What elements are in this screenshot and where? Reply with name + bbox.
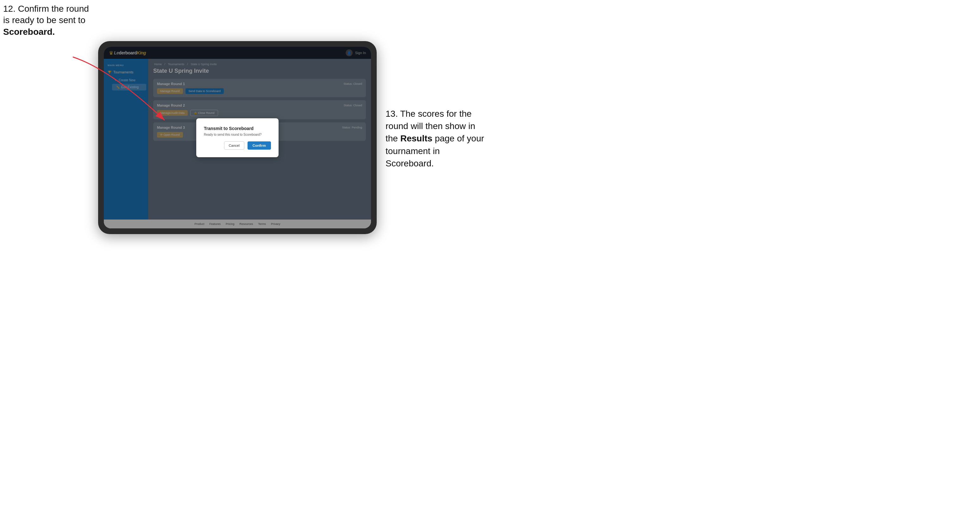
annotation-bold: Scoreboard. xyxy=(3,27,55,37)
annotation-bottom: 13. The scores for the round will then s… xyxy=(385,108,487,170)
modal-overlay: Transmit to Scoreboard Ready to send thi… xyxy=(104,47,371,229)
annotation-line2: is ready to be sent to xyxy=(3,15,86,25)
modal-actions: Cancel Confirm xyxy=(204,141,271,150)
cancel-button[interactable]: Cancel xyxy=(224,141,244,150)
modal-body: Ready to send this round to Scoreboard? xyxy=(204,133,271,137)
modal-title: Transmit to Scoreboard xyxy=(204,126,271,131)
annotation-results-bold: Results xyxy=(401,133,433,143)
tablet-frame: ♛ LederboardKing 👤 Sign In MAIN MENU 🏆 T… xyxy=(98,41,377,234)
annotation-bottom-text: 13. The scores for the round will then s… xyxy=(385,109,484,168)
transmit-modal: Transmit to Scoreboard Ready to send thi… xyxy=(196,118,278,157)
annotation-top: 12. Confirm the round is ready to be sen… xyxy=(3,3,89,38)
annotation-line1: 12. Confirm the round xyxy=(3,4,89,14)
tablet-screen: ♛ LederboardKing 👤 Sign In MAIN MENU 🏆 T… xyxy=(104,47,371,229)
confirm-button[interactable]: Confirm xyxy=(248,141,271,150)
